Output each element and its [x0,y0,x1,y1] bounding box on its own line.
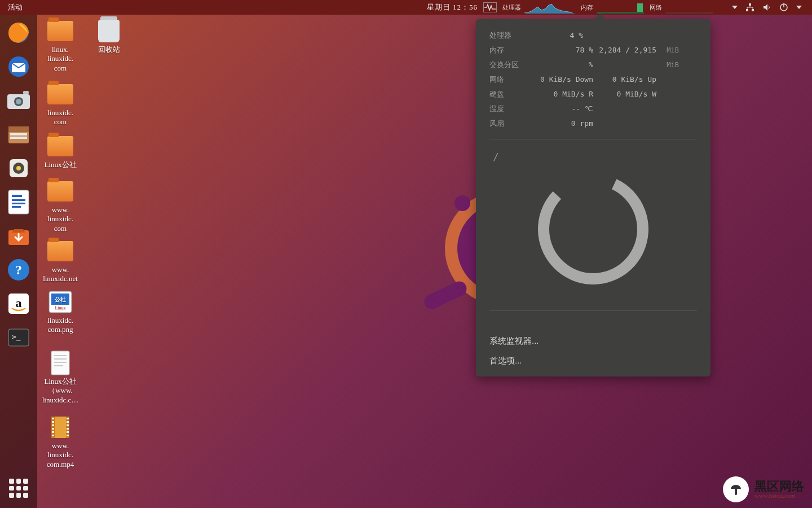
desktop-icon-label: Linux公社 [37,160,86,169]
desktop-icon-1[interactable]: 回收站 [83,19,134,54]
svg-text:?: ? [15,262,22,277]
dock-camera[interactable] [5,87,32,114]
image-file-icon: 公社Linux [47,290,74,314]
popup-row-disk: 硬盘 0 MiB/s R 0 MiB/s W [489,89,697,100]
svg-text:a: a [16,296,22,310]
net-sparkline [665,1,713,14]
folder-icon [47,19,74,43]
dock: ? a >_ [0,15,37,508]
system-monitor-popup: 处理器 4 % 内存 78 % 2,284 / 2,915 MiB 交换分区 %… [476,19,710,376]
top-panel: 活动 星期日 12：56 处理器 内存 [0,0,812,15]
svg-rect-57 [52,428,54,430]
mem-monitor-label: 内存 [577,3,597,12]
system-status-area[interactable] [715,0,812,15]
svg-point-27 [16,166,21,170]
folder-icon [47,239,74,263]
mem-sparkline [597,1,644,14]
activities-button[interactable]: 活动 [0,2,30,12]
trash-icon [95,19,122,43]
svg-rect-10 [746,9,748,11]
text-file-icon [47,351,74,375]
svg-point-19 [16,99,21,104]
desktop-icon-0[interactable]: linux. linuxidc. com [37,19,86,73]
popup-row-temp: 温度 -- ℃ [489,104,697,115]
desktop-icon-8[interactable]: www. linuxidc. com.mp4 [37,415,86,469]
volume-icon[interactable] [762,3,771,12]
folder-icon [47,82,74,106]
desktop-icon-label: www. linuxidc. com.mp4 [37,441,86,469]
svg-rect-22 [8,126,29,132]
menu-system-monitor[interactable]: 系统监视器... [476,331,710,351]
mem-monitor[interactable]: 内存 [577,0,646,15]
popup-row-swap: 交换分区 % MiB [489,60,697,71]
popup-row-mem: 内存 78 % 2,284 / 2,915 MiB [489,45,697,56]
menu-preferences[interactable]: 首选项... [476,351,710,371]
svg-text:Linux: Linux [55,305,65,310]
dropdown-icon[interactable] [732,6,738,9]
folder-icon [47,179,74,203]
desktop-icon-label: linuxidc. com.png [37,316,86,335]
svg-rect-59 [52,435,54,436]
popup-row-net: 网络 0 KiB/s Down 0 KiB/s Up [489,75,697,86]
show-applications[interactable] [0,479,37,498]
system-monitor-indicator[interactable]: 处理器 内存 网络 [483,0,715,15]
svg-rect-23 [10,133,27,135]
svg-rect-32 [12,203,25,204]
svg-rect-54 [52,418,54,419]
popup-row-fan: 风扇 0 rpm [489,119,697,130]
svg-rect-20 [23,91,29,94]
network-icon[interactable] [745,3,754,12]
dock-firefox[interactable] [5,19,32,46]
svg-rect-62 [67,424,69,426]
desktop-icon-label: Linux公社 （www. linuxidc.c… [37,377,86,405]
svg-rect-33 [12,206,21,208]
dock-software[interactable] [5,222,32,249]
popup-row-cpu: 处理器 4 % [489,30,697,42]
svg-rect-63 [67,428,69,430]
net-monitor-label: 网络 [646,3,665,12]
net-monitor[interactable]: 网络 [646,0,715,15]
svg-rect-9 [749,3,751,6]
dock-terminal[interactable]: >_ [5,324,32,351]
svg-rect-31 [12,199,25,201]
desktop-icon-label: www. linuxidc.net [37,265,86,284]
svg-rect-28 [8,190,29,214]
clock[interactable]: 星期日 12：56 [421,2,483,12]
folder-icon [47,134,74,158]
popup-menu: 系统监视器... 首选项... [476,329,710,376]
dock-amazon[interactable]: a [5,290,32,317]
desktop-icon-label: linux. linuxidc. com [37,45,86,73]
svg-marker-5 [524,4,575,14]
svg-rect-60 [67,418,69,419]
svg-rect-24 [10,137,27,139]
desktop-icon-7[interactable]: Linux公社 （www. linuxidc.c… [37,351,86,405]
dock-writer[interactable] [5,189,32,216]
dock-files[interactable] [5,121,32,148]
desktop-icon-6[interactable]: 公社Linuxlinuxidc. com.png [37,290,86,335]
dock-thunderbird[interactable] [5,53,32,80]
svg-text:公社: 公社 [54,296,66,303]
cpu-sparkline [524,1,575,14]
svg-rect-65 [67,435,69,436]
svg-marker-12 [764,4,767,11]
dock-rhythmbox[interactable] [5,155,32,182]
svg-rect-58 [52,431,54,433]
svg-point-66 [531,167,655,291]
desktop-icon-5[interactable]: www. linuxidc.net [37,239,86,284]
desktop-icon-2[interactable]: linuxidc. com [37,82,86,127]
disk-usage-chart [489,163,697,301]
desktop-icon-label: 回收站 [83,45,134,54]
svg-rect-30 [12,195,22,197]
chevron-down-icon[interactable] [796,6,802,9]
cpu-monitor[interactable]: 处理器 [483,0,577,15]
desktop-icon-label: linuxidc. com [37,108,86,127]
dock-help[interactable]: ? [5,256,32,283]
apps-grid-icon [9,479,28,498]
desktop-icon-label: www. linuxidc. com [37,205,86,233]
svg-rect-61 [67,421,69,423]
power-icon[interactable] [779,3,788,12]
video-file-icon [47,415,74,439]
desktop-icon-3[interactable]: Linux公社 [37,134,86,169]
svg-text:>_: >_ [12,332,21,341]
desktop-icon-4[interactable]: www. linuxidc. com [37,179,86,233]
